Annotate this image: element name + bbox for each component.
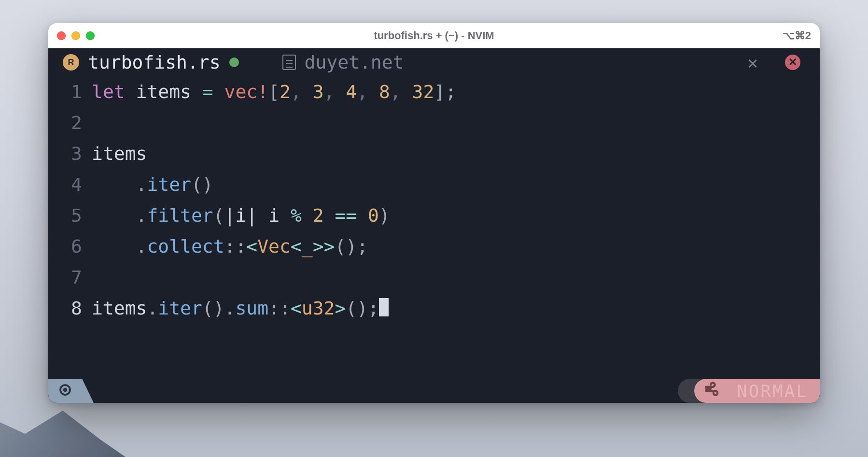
wind-icon [704, 381, 720, 401]
buffer-tab-bar: R turbofish.rs duyet.net ✕ ✕ [48, 48, 820, 76]
code-line: items.iter().sum::<u32>(); [92, 293, 820, 324]
file-icon [282, 55, 296, 70]
status-bar: NORMAL [48, 379, 820, 403]
line-number: 3 [48, 138, 82, 169]
tab-duyet[interactable]: duyet.net ✕ ✕ [253, 48, 820, 76]
modified-indicator-icon [229, 57, 239, 67]
code-line: items [92, 138, 820, 169]
line-number: 7 [48, 262, 82, 293]
window-titlebar: turbofish.rs + (~) - NVIM ⌥⌘2 [48, 23, 820, 48]
code-editor[interactable]: 12345678 let items = vec![2, 3, 4, 8, 32… [48, 76, 820, 379]
cursor-block [379, 298, 389, 316]
code-line: .filter(|i| i % 2 == 0) [92, 200, 820, 231]
tab-label: turbofish.rs [88, 52, 221, 73]
code-line [92, 107, 820, 138]
rust-icon: R [63, 54, 79, 71]
tab-label: duyet.net [305, 52, 404, 73]
tab-turbofish[interactable]: R turbofish.rs [48, 48, 253, 76]
status-right: NORMAL [678, 379, 820, 403]
line-number: 2 [48, 107, 82, 138]
code-content: let items = vec![2, 3, 4, 8, 32]; items … [92, 76, 820, 379]
target-icon [58, 383, 72, 399]
line-number: 1 [48, 76, 82, 107]
status-left-segment [48, 379, 82, 403]
code-line: let items = vec![2, 3, 4, 8, 32]; [92, 76, 820, 107]
terminal-body: R turbofish.rs duyet.net ✕ ✕ 12345678 le… [48, 48, 820, 403]
code-line [92, 262, 820, 293]
status-mode-segment: NORMAL [707, 379, 820, 403]
line-number: 5 [48, 200, 82, 231]
code-line: .iter() [92, 169, 820, 200]
code-line: .collect::<Vec<_>>(); [92, 231, 820, 262]
line-number-gutter: 12345678 [48, 76, 92, 379]
line-number: 6 [48, 231, 82, 262]
wallpaper-mountain [0, 399, 126, 457]
svg-point-1 [64, 389, 67, 391]
line-number: 8 [48, 293, 82, 324]
vim-mode-label: NORMAL [727, 381, 808, 401]
window-title: turbofish.rs + (~) - NVIM [48, 30, 820, 41]
line-number: 4 [48, 169, 82, 200]
close-tab-icon[interactable]: ✕ [741, 53, 765, 72]
close-badge-icon[interactable]: ✕ [785, 55, 800, 70]
terminal-window: turbofish.rs + (~) - NVIM ⌥⌘2 R turbofis… [48, 23, 820, 403]
